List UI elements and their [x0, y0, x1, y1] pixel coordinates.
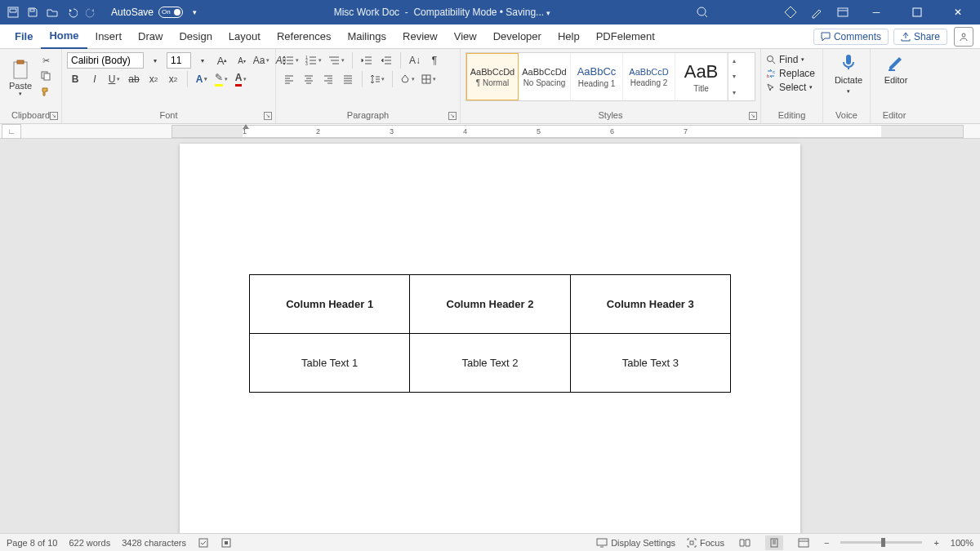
italic-button[interactable]: I [87, 71, 103, 87]
comments-button[interactable]: Comments [813, 29, 889, 45]
tab-view[interactable]: View [446, 24, 485, 49]
diamond-icon[interactable] [784, 6, 797, 19]
display-settings-button[interactable]: Display Settings [596, 538, 675, 548]
tab-references[interactable]: References [269, 24, 339, 49]
table-cell[interactable]: Column Header 2 [410, 275, 570, 334]
table-cell[interactable]: Table Text 3 [570, 334, 730, 393]
bullets-icon[interactable] [281, 52, 301, 69]
save-icon[interactable] [26, 6, 39, 19]
font-size-drop-icon[interactable]: ▾ [194, 52, 211, 69]
style-heading-1[interactable]: AaBbCcHeading 1 [571, 53, 623, 100]
autosave-toggle[interactable]: AutoSave On ▾ [111, 7, 197, 18]
tab-home[interactable]: Home [41, 24, 87, 49]
tab-layout[interactable]: Layout [220, 24, 269, 49]
maximize-button[interactable] [903, 0, 931, 24]
change-case-icon[interactable]: Aa [253, 52, 270, 69]
horizontal-ruler[interactable]: 1 2 3 4 5 6 7 [172, 125, 964, 138]
replace-button[interactable]: bcReplace [766, 68, 817, 79]
account-icon[interactable] [954, 27, 973, 47]
undo-icon[interactable] [65, 6, 78, 19]
font-color-icon[interactable]: A [233, 71, 249, 87]
table-cell[interactable]: Column Header 3 [570, 275, 730, 334]
open-icon[interactable] [46, 6, 59, 19]
multilevel-list-icon[interactable] [327, 52, 346, 69]
font-name-input[interactable] [67, 52, 144, 69]
close-button[interactable]: ✕ [944, 0, 972, 24]
char-count[interactable]: 3428 characters [122, 538, 186, 548]
text-effects-icon[interactable]: A [194, 71, 210, 87]
styles-gallery[interactable]: AaBbCcDd¶ Normal AaBbCcDdNo Spacing AaBb… [466, 52, 755, 101]
tab-selector[interactable]: ∟ [2, 124, 21, 139]
table-cell[interactable]: Table Text 2 [410, 334, 570, 393]
sort-icon[interactable]: A↓ [407, 52, 423, 69]
tab-design[interactable]: Design [171, 24, 220, 49]
zoom-in-button[interactable]: + [933, 538, 938, 548]
highlight-icon[interactable]: ✎ [213, 71, 229, 87]
word-count[interactable]: 622 words [69, 538, 110, 548]
underline-button[interactable]: U [106, 71, 122, 87]
gallery-more-icon[interactable]: ▴▾▾ [728, 53, 739, 100]
select-button[interactable]: Select ▾ [766, 82, 817, 93]
share-button[interactable]: Share [893, 29, 947, 45]
focus-button[interactable]: Focus [687, 538, 724, 548]
line-spacing-icon[interactable] [368, 71, 386, 87]
style-title[interactable]: AaBTitle [675, 53, 728, 100]
increase-indent-icon[interactable] [378, 52, 394, 69]
show-marks-icon[interactable]: ¶ [426, 52, 443, 69]
dialog-launcher-icon[interactable]: ↘ [448, 112, 457, 120]
dialog-launcher-icon[interactable]: ↘ [264, 112, 272, 120]
tab-mailings[interactable]: Mailings [339, 24, 394, 49]
tab-review[interactable]: Review [394, 24, 446, 49]
dictate-button[interactable]: Dictate▾ [828, 52, 869, 95]
page[interactable]: Column Header 1 Column Header 2 Column H… [180, 144, 800, 533]
find-button[interactable]: Find ▾ [766, 54, 817, 65]
table-row[interactable]: Table Text 1 Table Text 2 Table Text 3 [250, 334, 731, 393]
ribbon-display-icon[interactable] [836, 6, 849, 19]
format-painter-icon[interactable] [39, 85, 52, 98]
macro-icon[interactable] [220, 537, 232, 549]
font-name-drop-icon[interactable]: ▾ [147, 52, 163, 69]
read-mode-icon[interactable] [736, 535, 754, 550]
subscript-button[interactable]: x2 [145, 71, 162, 87]
strikethrough-button[interactable]: ab [126, 71, 142, 87]
numbering-icon[interactable]: 123 [304, 52, 323, 69]
style-heading-2[interactable]: AaBbCcDHeading 2 [623, 53, 675, 100]
shrink-font-icon[interactable]: A▾ [234, 52, 250, 69]
justify-icon[interactable] [340, 71, 356, 87]
web-layout-icon[interactable] [795, 535, 813, 550]
align-center-icon[interactable] [301, 71, 317, 87]
search-icon[interactable] [696, 6, 709, 19]
decrease-indent-icon[interactable] [359, 52, 375, 69]
borders-icon[interactable] [420, 71, 438, 87]
font-size-input[interactable] [167, 52, 191, 69]
print-layout-icon[interactable] [765, 535, 783, 550]
style-no-spacing[interactable]: AaBbCcDdNo Spacing [519, 53, 571, 100]
paste-button[interactable]: Paste ▾ [5, 52, 36, 104]
dialog-launcher-icon[interactable]: ↘ [749, 112, 757, 120]
grow-font-icon[interactable]: A▴ [214, 52, 230, 69]
bold-button[interactable]: B [67, 71, 83, 87]
align-left-icon[interactable] [281, 71, 297, 87]
document-table[interactable]: Column Header 1 Column Header 2 Column H… [249, 274, 731, 393]
tab-developer[interactable]: Developer [485, 24, 550, 49]
tab-draw[interactable]: Draw [130, 24, 171, 49]
tab-help[interactable]: Help [550, 24, 588, 49]
cut-icon[interactable]: ✂ [39, 54, 52, 67]
copy-icon[interactable] [39, 69, 52, 82]
page-number[interactable]: Page 8 of 10 [7, 538, 57, 548]
table-cell[interactable]: Table Text 1 [250, 334, 410, 393]
zoom-level[interactable]: 100% [951, 538, 973, 548]
table-row[interactable]: Column Header 1 Column Header 2 Column H… [250, 275, 731, 334]
align-right-icon[interactable] [320, 71, 336, 87]
editor-button[interactable]: Editor [875, 52, 916, 85]
pen-icon[interactable] [810, 6, 823, 19]
autosave-icon[interactable] [7, 6, 20, 19]
spellcheck-icon[interactable] [198, 537, 209, 549]
superscript-button[interactable]: x2 [165, 71, 181, 87]
style-normal[interactable]: AaBbCcDd¶ Normal [466, 53, 519, 100]
document-area[interactable]: Column Header 1 Column Header 2 Column H… [0, 139, 980, 533]
table-cell[interactable]: Column Header 1 [250, 275, 410, 334]
zoom-slider[interactable] [840, 541, 922, 544]
zoom-out-button[interactable]: − [824, 538, 829, 548]
shading-icon[interactable] [399, 71, 416, 87]
